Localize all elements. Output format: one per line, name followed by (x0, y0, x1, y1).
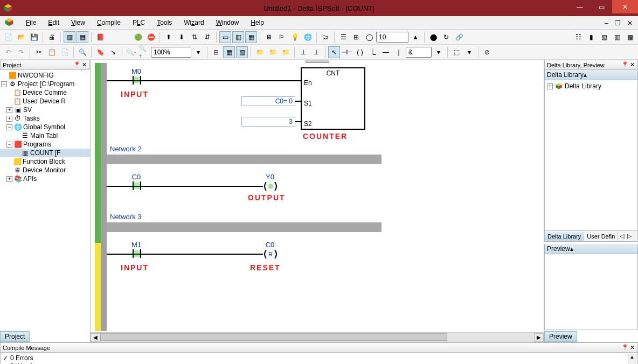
view-a-icon[interactable]: ▥ (64, 31, 75, 43)
ladder-canvas[interactable]: M0 CNT En S1 S2 C0= 0 3 INPUT COUNTER (91, 60, 544, 342)
bookmark-icon[interactable]: 🔖 (94, 46, 106, 58)
compile-vscroll[interactable]: ▲ (628, 354, 636, 364)
contact-m0[interactable] (129, 76, 145, 85)
tree-maintable[interactable]: Main Tabl (30, 132, 58, 139)
monitor-icon[interactable]: 🖥 (263, 31, 275, 43)
offline-icon[interactable]: ⛔ (145, 31, 157, 43)
rung-1[interactable]: M0 CNT En S1 S2 C0= 0 3 INPUT COUNTER (107, 63, 544, 143)
lib-pin-icon[interactable]: 📍 (621, 61, 627, 68)
tree-apis[interactable]: APIs (23, 175, 37, 183)
undo-icon[interactable]: ↶ (2, 46, 14, 58)
field-s1[interactable]: C0= 0 (241, 96, 295, 106)
preview-header[interactable]: Preview▴ (544, 244, 638, 254)
tab-right-icon[interactable]: ▷ (626, 233, 633, 240)
step-up-icon[interactable]: ▲ (410, 31, 421, 43)
rt2-icon[interactable]: ▮ (585, 31, 597, 43)
tree-nwconfig[interactable]: NWCONFIG (18, 72, 54, 79)
pin-icon[interactable]: 📍 (73, 61, 79, 68)
menu-view[interactable]: View (69, 18, 87, 27)
coil-reset-c0[interactable]: R (263, 250, 278, 258)
contact-c0[interactable] (129, 181, 145, 190)
op-field[interactable] (406, 47, 432, 58)
ld2-icon[interactable]: ▦ (223, 46, 235, 58)
menu-tools[interactable]: Tools (155, 18, 174, 27)
circle-icon[interactable]: ◯ (363, 31, 375, 43)
find-icon[interactable]: 🔍 (77, 46, 88, 58)
globe-icon[interactable]: 🌐 (302, 31, 314, 43)
coil-y0[interactable] (263, 182, 278, 191)
group2-icon[interactable]: ⊞ (350, 31, 362, 43)
tree-fb[interactable]: Function Block (23, 158, 65, 165)
compile-body[interactable]: 0 Errors 0 Warning Objective Code Usage … (0, 353, 638, 364)
sync-icon[interactable]: ⇵ (202, 31, 213, 43)
paste-icon[interactable]: 📄 (59, 46, 71, 58)
mdi-close-icon[interactable]: ✕ (625, 18, 635, 28)
tab-delta-library[interactable]: Delta Library (545, 232, 584, 241)
new-icon[interactable]: 📄 (2, 31, 14, 43)
menu-plc[interactable]: PLC (130, 18, 147, 27)
chevron-up-icon[interactable]: ▴ (570, 245, 573, 253)
expand-icon[interactable]: − (1, 81, 7, 87)
steps-field[interactable] (376, 32, 408, 43)
lib-expand-icon[interactable]: + (547, 83, 553, 89)
menu-file[interactable]: File (24, 18, 38, 27)
menu-compile[interactable]: Compile (95, 18, 123, 27)
open-icon[interactable]: 📂 (15, 31, 27, 43)
zoom-field[interactable] (151, 47, 191, 58)
bulb-icon[interactable]: 💡 (289, 31, 301, 43)
tree-project[interactable]: Project [C:\Program (18, 80, 74, 88)
tree-device-comment[interactable]: Device Comme (23, 89, 67, 96)
tree-monitor[interactable]: Device Monitor (23, 166, 66, 174)
tree-sv[interactable]: SV (23, 106, 32, 114)
field-s2[interactable]: 3 (241, 117, 295, 127)
library-root-item[interactable]: Delta Library (565, 82, 601, 90)
compare-icon[interactable]: ⇅ (189, 31, 200, 43)
panel-close-icon[interactable]: ✕ (81, 61, 87, 68)
fn-icon[interactable]: ⬚ (450, 46, 462, 58)
project-tree[interactable]: 🟧NWCONFIG −⚙Project [C:\Program 📋Device … (0, 70, 90, 330)
mode3-icon[interactable]: ▦ (245, 31, 257, 43)
zoom-drop-icon[interactable]: ▾ (192, 46, 204, 58)
fn-drop-icon[interactable]: ▾ (463, 46, 475, 58)
tree-count[interactable]: COUNT [F (30, 149, 60, 157)
flag-icon[interactable]: 🏳 (276, 31, 288, 43)
menu-help[interactable]: Help (248, 18, 266, 27)
chevron-up-icon[interactable]: ▴ (584, 71, 587, 79)
lib-close-icon[interactable]: ✕ (629, 61, 635, 68)
tree-global[interactable]: Global Symbol (23, 123, 65, 131)
minimize-button[interactable]: — (569, 0, 591, 13)
menu-window[interactable]: Window (214, 18, 241, 27)
print-icon[interactable]: 🖨 (46, 31, 58, 43)
save-icon[interactable]: 💾 (28, 31, 40, 43)
ld5-icon[interactable]: 📁 (267, 46, 279, 58)
pointer-icon[interactable]: ↖ (328, 46, 340, 58)
mode2-icon[interactable]: ▥ (232, 31, 244, 43)
menu-wizard[interactable]: Wizard (182, 18, 206, 27)
library-dropdown[interactable]: Delta Library▴ (544, 70, 638, 80)
inv-icon[interactable]: ⊘ (481, 46, 493, 58)
link-icon[interactable]: 🔗 (453, 31, 465, 43)
ld1-icon[interactable]: ⊟ (210, 46, 222, 58)
canvas-hscroll[interactable]: ◀▶ (91, 332, 544, 342)
tree-used-device[interactable]: Used Device R (23, 97, 66, 105)
compile-pin-icon[interactable]: 📍 (621, 344, 627, 351)
ld4-icon[interactable]: 📁 (254, 46, 266, 58)
rt5-icon[interactable]: ▩ (624, 31, 636, 43)
online-icon[interactable]: 🟢 (132, 31, 144, 43)
tab-project[interactable]: Project (0, 331, 30, 342)
tree-tasks[interactable]: Tasks (23, 115, 40, 122)
tree-icon[interactable]: 🗂 (320, 31, 331, 43)
record-icon[interactable]: ⬤ (427, 31, 439, 43)
coil-icon[interactable]: ( ) (354, 46, 366, 58)
menu-edit[interactable]: Edit (46, 18, 61, 27)
ld7-icon[interactable]: ⊥ (297, 46, 309, 58)
group1-icon[interactable]: ☰ (337, 31, 349, 43)
download-icon[interactable]: ⬇ (176, 31, 188, 43)
contact-m1[interactable] (129, 249, 145, 258)
tab-preview[interactable]: Preview (544, 331, 577, 342)
rt1-icon[interactable]: ☷ (572, 31, 584, 43)
function-block-cnt[interactable]: CNT En S1 S2 (301, 67, 365, 130)
ld6-icon[interactable]: 📁 (280, 46, 292, 58)
maximize-button[interactable]: ▭ (591, 0, 612, 13)
rt3-icon[interactable]: ▧ (598, 31, 610, 43)
